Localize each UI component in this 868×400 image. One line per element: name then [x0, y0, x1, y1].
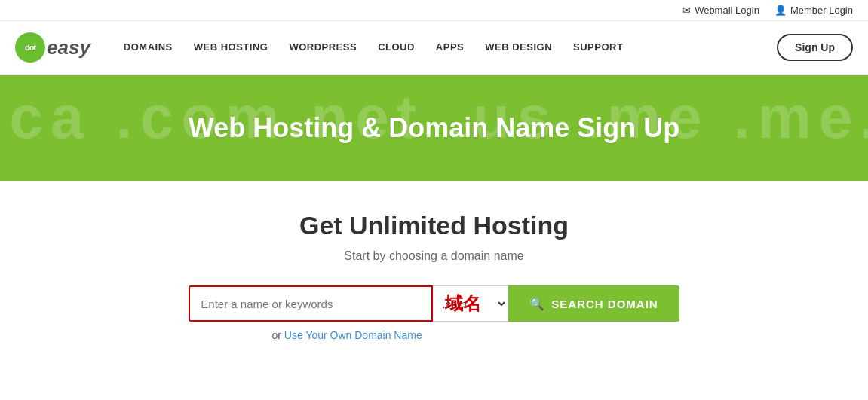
domain-section-title: Get Unlimited Hosting [15, 211, 853, 240]
own-domain-prefix: or [272, 329, 281, 341]
nav-link-cloud[interactable]: CLOUD [367, 20, 425, 75]
search-row: .com .net .org .ca .us .me 🔍 SEARCH DOMA… [15, 285, 853, 322]
member-login-link[interactable]: 👤 Member Login [774, 5, 853, 16]
signup-button[interactable]: Sign Up [777, 34, 853, 61]
nav-link-webdesign[interactable]: WEB DESIGN [474, 20, 563, 75]
search-domain-button[interactable]: 🔍 SEARCH DOMAIN [508, 285, 679, 322]
domain-tld-select[interactable]: .com .net .org .ca .us .me [433, 285, 508, 322]
domain-section-subtitle: Start by choosing a domain name [15, 249, 853, 263]
nav-item-wordpress[interactable]: WORDPRESS [278, 20, 367, 75]
nav-link-webhosting[interactable]: WEB HOSTING [183, 20, 279, 75]
nav-item-webdesign[interactable]: WEB DESIGN [474, 20, 563, 75]
nav-item-domains[interactable]: DOMAINS [113, 20, 183, 75]
navbar: dot easy DOMAINS WEB HOSTING WORDPRESS C… [0, 21, 868, 75]
hero-banner: Web Hosting & Domain Name Sign Up [0, 75, 868, 181]
nav-link-support[interactable]: SUPPORT [563, 20, 633, 75]
member-icon: 👤 [774, 5, 787, 16]
nav-item-apps[interactable]: APPS [425, 20, 474, 75]
nav-links: DOMAINS WEB HOSTING WORDPRESS CLOUD APPS… [113, 20, 777, 75]
nav-item-cloud[interactable]: CLOUD [367, 20, 425, 75]
hero-title: Web Hosting & Domain Name Sign Up [189, 112, 679, 144]
domain-search-input[interactable] [190, 287, 431, 320]
domain-section: Get Unlimited Hosting Start by choosing … [0, 181, 868, 379]
search-icon: 🔍 [529, 297, 545, 311]
domain-input-box [189, 285, 433, 322]
top-bar: ✉ Webmail Login 👤 Member Login [0, 0, 868, 21]
logo-dot: dot [15, 32, 45, 63]
own-domain-row: or Use Your Own Domain Name [15, 329, 853, 341]
own-domain-link[interactable]: Use Your Own Domain Name [284, 329, 422, 341]
nav-item-webhosting[interactable]: WEB HOSTING [183, 20, 279, 75]
webmail-login-link[interactable]: ✉ Webmail Login [682, 5, 759, 16]
logo-text: easy [47, 36, 90, 60]
nav-link-wordpress[interactable]: WORDPRESS [278, 20, 367, 75]
logo[interactable]: dot easy [15, 32, 90, 63]
nav-link-apps[interactable]: APPS [425, 20, 474, 75]
nav-link-domains[interactable]: DOMAINS [113, 20, 183, 75]
webmail-icon: ✉ [682, 5, 691, 16]
nav-item-support[interactable]: SUPPORT [563, 20, 633, 75]
